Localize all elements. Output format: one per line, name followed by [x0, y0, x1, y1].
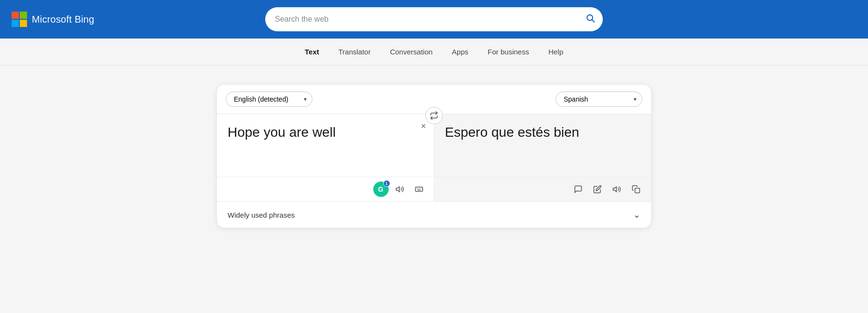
search-button[interactable] — [583, 12, 597, 27]
logo-yellow — [20, 20, 27, 27]
language-selector-row: English (detected) Spanish French German… — [217, 85, 651, 114]
phrases-chevron-icon: ⌄ — [633, 209, 640, 220]
phrases-row[interactable]: Widely used phrases ⌄ — [217, 201, 651, 228]
edit-translation-button[interactable] — [589, 181, 606, 197]
translation-panels: Hope you are well × G 1 — [217, 114, 651, 201]
source-lang-select[interactable]: English (detected) Spanish French German… — [226, 91, 312, 107]
translator-card: English (detected) Spanish French German… — [217, 85, 651, 228]
source-toolbar: G 1 — [217, 177, 434, 201]
speak-source-button[interactable] — [392, 181, 408, 197]
target-lang-wrapper: Spanish English French German Japanese C… — [556, 91, 642, 107]
keyboard-icon — [415, 185, 423, 194]
clear-button[interactable]: × — [421, 122, 426, 130]
edit-icon — [593, 185, 602, 194]
target-text-area: Espero que estés bien — [434, 114, 651, 177]
copy-button[interactable] — [628, 181, 644, 197]
speak-target-icon — [612, 185, 621, 194]
source-panel: Hope you are well × G 1 — [217, 114, 434, 201]
header: Microsoft Bing — [0, 0, 868, 39]
feedback-button[interactable] — [570, 181, 586, 197]
search-bar-wrapper — [265, 7, 603, 31]
target-lang-select[interactable]: Spanish English French German Japanese C… — [556, 91, 642, 107]
nav-item-text[interactable]: Text — [297, 44, 327, 60]
grammarly-notification: 1 — [383, 180, 390, 187]
logo-text: Microsoft Bing — [32, 14, 95, 25]
logo-red — [12, 12, 19, 19]
svg-marker-2 — [396, 187, 399, 192]
navbar: Text Translator Conversation Apps For bu… — [0, 39, 868, 65]
nav-item-help[interactable]: Help — [541, 44, 571, 60]
source-text: Hope you are well — [228, 125, 336, 140]
svg-line-1 — [592, 20, 595, 22]
search-icon — [585, 13, 595, 23]
source-text-area[interactable]: Hope you are well × — [217, 114, 434, 177]
logo-area[interactable]: Microsoft Bing — [12, 12, 95, 27]
nav-item-translator[interactable]: Translator — [331, 44, 379, 60]
svg-rect-3 — [415, 187, 422, 192]
nav-item-conversation[interactable]: Conversation — [382, 44, 440, 60]
phrases-label: Widely used phrases — [228, 211, 295, 219]
microsoft-logo — [12, 12, 27, 27]
source-lang-wrapper: English (detected) Spanish French German… — [226, 91, 312, 107]
keyboard-button[interactable] — [411, 181, 427, 197]
logo-green — [20, 12, 27, 19]
svg-marker-4 — [613, 187, 617, 192]
speak-source-icon — [395, 185, 404, 194]
search-input[interactable] — [265, 7, 603, 31]
logo-blue — [12, 20, 19, 27]
feedback-icon — [574, 185, 583, 194]
target-text: Espero que estés bien — [445, 125, 580, 140]
svg-rect-5 — [635, 188, 640, 193]
speak-target-button[interactable] — [609, 181, 625, 197]
target-panel: Espero que estés bien — [434, 114, 651, 201]
copy-icon — [632, 185, 640, 194]
grammarly-letter: G — [378, 185, 383, 193]
target-toolbar — [434, 177, 651, 201]
nav-item-apps[interactable]: Apps — [444, 44, 476, 60]
grammarly-badge[interactable]: G 1 — [373, 182, 389, 197]
nav-item-forbusiness[interactable]: For business — [480, 44, 537, 60]
main-content: English (detected) Spanish French German… — [0, 65, 868, 313]
